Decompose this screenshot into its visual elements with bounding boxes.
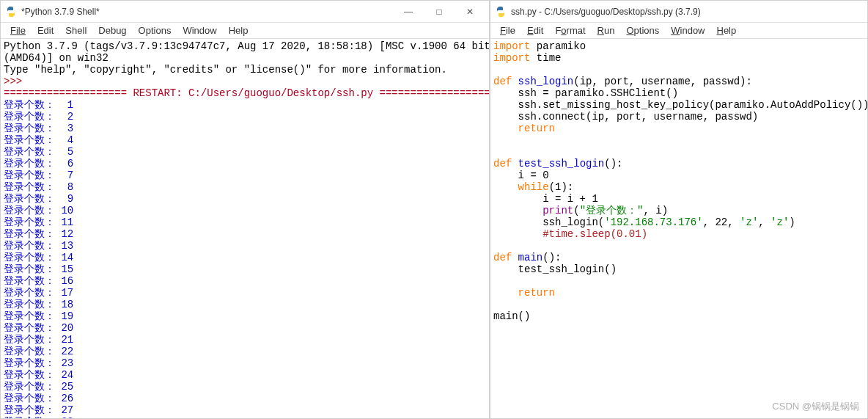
editor-title: ssh.py - C:/Users/guoguo/Desktop/ssh.py … <box>511 7 863 17</box>
menu-options[interactable]: Options <box>133 23 177 37</box>
editor-content[interactable]: import paramiko import time def ssh_logi… <box>490 39 867 418</box>
shell-titlebar[interactable]: *Python 3.7.9 Shell* — □ ✕ <box>1 1 489 23</box>
shell-menubar: File Edit Shell Debug Options Window Hel… <box>1 23 489 39</box>
editor-titlebar[interactable]: ssh.py - C:/Users/guoguo/Desktop/ssh.py … <box>490 1 867 23</box>
shell-content[interactable]: Python 3.7.9 (tags/v3.7.9:13c94747c7, Au… <box>1 39 489 418</box>
python-icon <box>5 6 17 18</box>
editor-window: ssh.py - C:/Users/guoguo/Desktop/ssh.py … <box>490 0 868 419</box>
maximize-button[interactable]: □ <box>424 2 454 21</box>
editor-menubar: File Edit Format Run Options Window Help <box>490 23 867 39</box>
minimize-button[interactable]: — <box>394 2 423 21</box>
menu-options[interactable]: Options <box>621 23 664 37</box>
menu-shell[interactable]: Shell <box>60 23 92 37</box>
close-button[interactable]: ✕ <box>455 2 485 21</box>
menu-help[interactable]: Help <box>224 23 254 37</box>
menu-edit[interactable]: Edit <box>32 23 59 37</box>
menu-run[interactable]: Run <box>592 23 620 37</box>
python-shell-window: *Python 3.7.9 Shell* — □ ✕ File Edit She… <box>0 0 490 419</box>
menu-help[interactable]: Help <box>712 23 742 37</box>
menu-file[interactable]: File <box>5 23 31 37</box>
shell-title: *Python 3.7.9 Shell* <box>21 7 394 17</box>
menu-window[interactable]: Window <box>666 23 710 37</box>
menu-file[interactable]: File <box>495 23 521 37</box>
menu-edit[interactable]: Edit <box>522 23 548 37</box>
menu-window[interactable]: Window <box>177 23 221 37</box>
shell-window-controls: — □ ✕ <box>394 2 485 21</box>
menu-format[interactable]: Format <box>550 23 590 37</box>
menu-debug[interactable]: Debug <box>93 23 131 37</box>
python-icon <box>495 6 507 18</box>
